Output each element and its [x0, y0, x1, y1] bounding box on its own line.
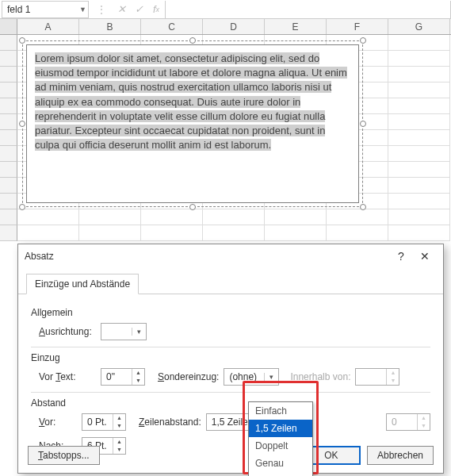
special-indent-value: (ohne) — [224, 371, 264, 382]
selection-frame — [22, 40, 363, 207]
line-spacing-dropdown-list[interactable]: Einfach 1,5 Zeilen Doppelt Genau Mehrfac… — [248, 401, 313, 476]
text-content[interactable]: Lorem ipsum dolor sit amet, consectetur … — [35, 52, 347, 151]
column-headers: A B C D E F G — [0, 19, 451, 35]
resize-handle[interactable] — [189, 204, 196, 210]
resize-handle[interactable] — [19, 204, 25, 210]
spin-down-icon[interactable]: ▼ — [113, 422, 125, 430]
spin-down-icon[interactable]: ▼ — [132, 377, 144, 385]
line-spacing-label: Zeilenabstand: — [139, 416, 201, 428]
before-text-value: 0" — [101, 369, 132, 385]
column-header[interactable]: D — [203, 19, 265, 34]
formula-bar: feld 1 ▼ ⋮ ✕ ✓ fx — [0, 0, 451, 19]
paragraph-dialog: Absatz ? ✕ Einzüge und Abstände Allgemei… — [17, 244, 444, 474]
confirm-edit-icon[interactable]: ✓ — [130, 3, 147, 15]
formula-input[interactable] — [165, 1, 451, 18]
before-label: Vor: — [39, 416, 77, 428]
before-spinner[interactable]: 0 Pt. ▲▼ — [82, 413, 126, 431]
close-icon[interactable]: ✕ — [413, 250, 437, 263]
before-text-spinner[interactable]: 0" ▲▼ — [101, 368, 145, 386]
within-spinner: ▲▼ — [355, 368, 399, 386]
name-box[interactable]: feld 1 ▼ — [2, 1, 89, 18]
dropdown-option[interactable]: Genau — [249, 455, 312, 472]
spin-down-icon: ▼ — [418, 422, 430, 430]
spreadsheet-grid: A B C D E F G Lorem ipsum dolor sit amet… — [0, 19, 451, 241]
chevron-down-icon[interactable]: ▾ — [264, 373, 278, 381]
cancel-button[interactable]: Abbrechen — [367, 446, 434, 465]
column-header[interactable]: C — [141, 19, 203, 34]
within-value — [356, 369, 386, 385]
spin-up-icon: ▲ — [387, 369, 399, 377]
dialog-footer: Tabstopps... OK Abbrechen — [28, 446, 434, 465]
select-all-corner[interactable] — [0, 19, 17, 34]
dialog-body: Allgemein Ausrichtung: ▾ Einzug Vor Text… — [18, 294, 443, 466]
before-value: 0 Pt. — [82, 414, 113, 430]
help-icon[interactable]: ? — [389, 250, 413, 263]
spin-up-icon[interactable]: ▲ — [113, 414, 125, 422]
resize-handle[interactable] — [360, 121, 366, 127]
alignment-select[interactable]: ▾ — [101, 323, 147, 340]
resize-handle[interactable] — [19, 121, 25, 127]
column-header[interactable]: E — [265, 19, 327, 34]
dropdown-option[interactable]: Doppelt — [249, 437, 312, 455]
chevron-down-icon[interactable]: ▾ — [132, 328, 146, 336]
spin-up-icon[interactable]: ▲ — [113, 438, 125, 446]
column-header[interactable]: A — [17, 19, 79, 34]
alignment-label: Ausrichtung: — [39, 326, 96, 337]
before-text-label: Vor Text: — [39, 371, 96, 382]
measure-value: 0 — [387, 414, 417, 430]
cancel-edit-icon[interactable]: ✕ — [113, 3, 130, 15]
special-indent-select[interactable]: (ohne) ▾ — [224, 368, 279, 386]
column-header[interactable]: G — [388, 19, 450, 34]
group-indent: Einzug — [31, 352, 430, 363]
spin-up-icon[interactable]: ▲ — [132, 369, 144, 377]
group-general: Allgemein — [31, 307, 430, 318]
separator: ⋮ — [90, 4, 113, 15]
resize-handle[interactable] — [360, 204, 366, 210]
resize-handle[interactable] — [189, 37, 196, 44]
tab-indents-spacing[interactable]: Einzüge und Abstände — [26, 274, 139, 294]
group-spacing: Abstand — [31, 397, 430, 409]
resize-handle[interactable] — [19, 37, 25, 44]
chevron-down-icon[interactable]: ▼ — [79, 6, 86, 13]
column-header[interactable]: B — [79, 19, 141, 34]
measure-spinner: 0 ▲▼ — [386, 413, 430, 431]
dropdown-option[interactable]: Mehrfach — [249, 472, 312, 476]
tabstops-button[interactable]: Tabstopps... — [28, 446, 100, 465]
fx-icon[interactable]: fx — [147, 3, 165, 15]
name-box-value: feld 1 — [7, 4, 30, 15]
column-header[interactable]: F — [327, 19, 388, 34]
within-label: Innerhalb von: — [290, 371, 350, 382]
text-box-object[interactable]: Lorem ipsum dolor sit amet, consectetur … — [26, 44, 359, 203]
dialog-title: Absatz — [25, 251, 389, 262]
special-indent-label: Sondereinzug: — [158, 371, 219, 382]
spin-up-icon: ▲ — [418, 414, 430, 422]
dropdown-option-selected[interactable]: 1,5 Zeilen — [249, 420, 312, 437]
resize-handle[interactable] — [360, 37, 366, 44]
dialog-titlebar[interactable]: Absatz ? ✕ — [18, 244, 443, 268]
spin-down-icon: ▼ — [387, 377, 399, 385]
dropdown-option[interactable]: Einfach — [249, 402, 312, 420]
tab-strip: Einzüge und Abstände — [18, 268, 443, 294]
